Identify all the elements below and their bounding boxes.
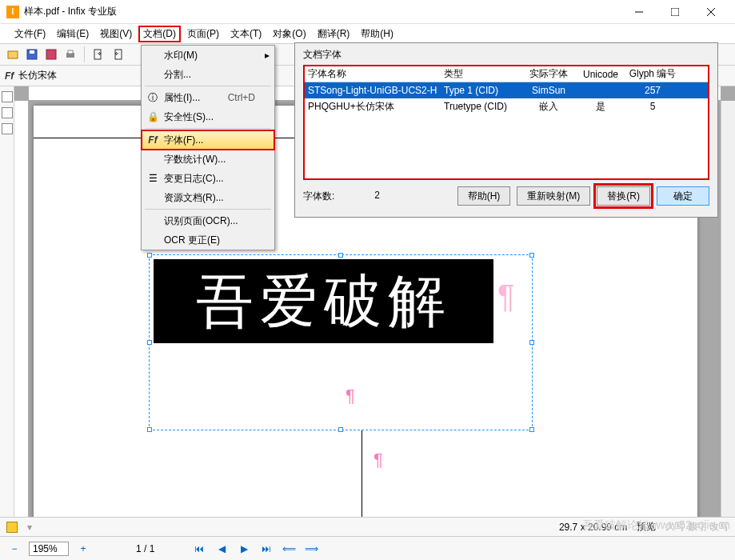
print-icon[interactable] <box>62 46 78 62</box>
menu-view[interactable]: 视图(V) <box>95 26 137 42</box>
menu-edit[interactable]: 编辑(E) <box>52 26 94 42</box>
col-glyph[interactable]: Glyph 编号 <box>625 67 681 81</box>
menu-file[interactable]: 文件(F) <box>10 26 50 42</box>
import-icon[interactable] <box>110 46 126 62</box>
menu-page[interactable]: 页面(P) <box>182 26 224 42</box>
zoom-in-button[interactable]: + <box>75 542 91 556</box>
menuitem-split[interactable]: 分割... <box>142 65 274 84</box>
svg-rect-6 <box>30 50 34 54</box>
menu-object[interactable]: 对象(O) <box>268 26 310 42</box>
menuitem-fonts[interactable]: Ff字体(F)... <box>142 130 274 150</box>
open-icon[interactable] <box>5 46 21 62</box>
menuitem-wordcount[interactable]: 字数统计(W)... <box>142 150 274 169</box>
menu-translate[interactable]: 翻译(R) <box>313 26 355 42</box>
ok-button[interactable]: 确定 <box>657 186 709 206</box>
menu-help[interactable]: 帮助(H) <box>356 26 398 42</box>
prev-page-button[interactable]: ◀ <box>214 542 230 556</box>
menu-document[interactable]: 文档(D) <box>138 26 181 42</box>
document-menu-dropdown: 水印(M)▸ 分割... ⓘ属性(I)...Ctrl+D 🔒安全性(S)... … <box>141 45 275 250</box>
save-icon[interactable] <box>24 46 40 62</box>
left-toolbox <box>0 86 14 536</box>
menuitem-watermark[interactable]: 水印(M)▸ <box>142 46 274 65</box>
menubar: 文件(F) 编辑(E) 视图(V) 文档(D) 页面(P) 文本(T) 对象(O… <box>0 24 735 43</box>
current-font[interactable]: 长仿宋体 <box>18 69 57 82</box>
font-count: 字体数: 2 <box>303 190 380 203</box>
remap-button[interactable]: 重新映射(M) <box>517 186 590 206</box>
maximize-button[interactable] <box>657 1 693 23</box>
back-button[interactable]: ⟸ <box>281 542 297 556</box>
last-page-button[interactable]: ⏭ <box>258 542 274 556</box>
window-title: 样本.pdf - Infix 专业版 <box>24 5 621 18</box>
export-icon[interactable] <box>90 46 106 62</box>
font-table: 字体名称 类型 实际字体 Unicode Glyph 编号 STSong-Lig… <box>303 65 709 180</box>
menu-text[interactable]: 文本(T) <box>226 26 266 42</box>
col-type[interactable]: 类型 <box>441 67 521 81</box>
font-icon: Ff <box>146 134 159 146</box>
col-actual[interactable]: 实际字体 <box>521 67 577 81</box>
help-button[interactable]: 帮助(H) <box>457 186 511 206</box>
menuitem-ocr-fix[interactable]: OCR 更正(E) <box>142 230 274 250</box>
close-button[interactable] <box>693 1 729 23</box>
lock-icon: 🔒 <box>146 110 159 123</box>
menuitem-changelog[interactable]: ☰变更日志(C)... <box>142 169 274 188</box>
svg-rect-4 <box>8 51 18 58</box>
cursor-line <box>362 430 362 522</box>
next-page-button[interactable]: ▶ <box>236 542 252 556</box>
zoom-level[interactable]: 195% <box>29 542 69 556</box>
bottombar: − 195% + 1 / 1 ⏮ ◀ ▶ ⏭ ⟸ ⟹ <box>0 536 735 560</box>
submenu-arrow-icon: ▸ <box>265 50 270 61</box>
dialog-title: 文档字体 <box>303 48 709 62</box>
replace-button[interactable]: 替换(R) <box>597 186 650 206</box>
tool-2[interactable] <box>2 107 13 118</box>
pilcrow-icon: ¶ <box>373 450 383 470</box>
forward-button[interactable]: ⟹ <box>303 542 319 556</box>
minimize-button[interactable] <box>621 1 657 23</box>
zoom-out-button[interactable]: − <box>6 542 22 556</box>
selection-box[interactable] <box>149 254 533 430</box>
table-header: 字体名称 类型 实际字体 Unicode Glyph 编号 <box>305 66 708 82</box>
table-row[interactable]: STSong-Light-UniGB-UCS2-H Type 1 (CID) S… <box>305 82 708 98</box>
form-icon[interactable] <box>43 46 59 62</box>
svg-rect-7 <box>46 50 56 59</box>
status-swatch[interactable] <box>6 522 18 533</box>
col-unicode[interactable]: Unicode <box>577 69 625 80</box>
vertical-scrollbar[interactable] <box>721 101 735 522</box>
font-icon: Ff <box>5 70 14 82</box>
watermark: 吾爱破解论坛 www.52pojie.cn <box>582 518 730 533</box>
app-icon: I <box>6 6 19 18</box>
table-row[interactable]: PHQGHU+长仿宋体 Truetype (CID) 嵌入 是 5 <box>305 98 708 114</box>
svg-rect-1 <box>671 8 679 16</box>
info-icon: ⓘ <box>146 91 159 104</box>
menuitem-resources[interactable]: 资源文档(R)... <box>142 188 274 207</box>
pilcrow-icon: ¶ <box>346 386 355 406</box>
menuitem-ocr-page[interactable]: 识别页面(OCR)... <box>142 211 274 230</box>
menuitem-security[interactable]: 🔒安全性(S)... <box>142 107 274 126</box>
tool-3[interactable] <box>2 123 13 134</box>
ruler-vertical[interactable] <box>14 101 29 522</box>
page-indicator[interactable]: 1 / 1 <box>136 543 154 554</box>
svg-rect-9 <box>68 50 73 54</box>
titlebar: I 样本.pdf - Infix 专业版 <box>0 0 735 24</box>
tool-1[interactable] <box>2 91 13 102</box>
menuitem-properties[interactable]: ⓘ属性(I)...Ctrl+D <box>142 88 274 107</box>
col-name[interactable]: 字体名称 <box>305 67 441 81</box>
first-page-button[interactable]: ⏮ <box>191 542 207 556</box>
list-icon: ☰ <box>146 172 159 185</box>
document-fonts-dialog: 文档字体 字体名称 类型 实际字体 Unicode Glyph 编号 STSon… <box>294 42 718 218</box>
